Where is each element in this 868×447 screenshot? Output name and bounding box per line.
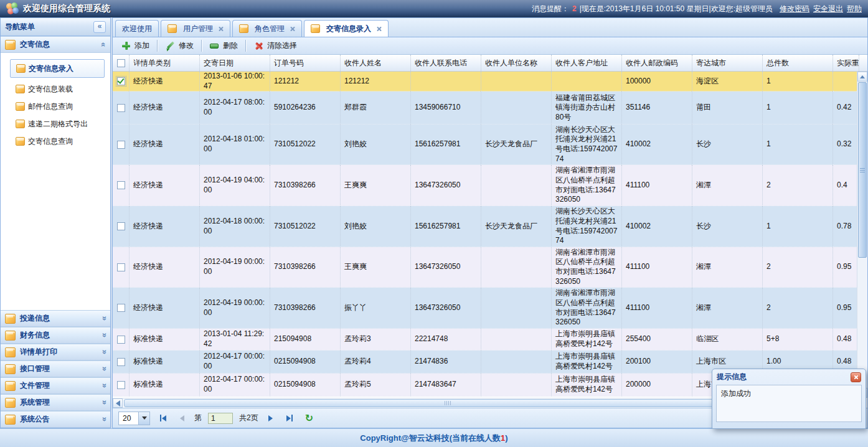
row-checkbox[interactable] [117,381,125,389]
row-checkbox[interactable] [117,141,125,149]
h-scroll-left-button[interactable] [113,398,123,408]
first-page-button[interactable] [156,415,170,421]
row-checkbox[interactable] [117,304,125,312]
delete-button[interactable]: 删除 [205,39,242,52]
sidebar-item[interactable]: 速递二期格式导出 [1,115,110,133]
table-cell: 0.78 [833,206,857,247]
column-header[interactable]: 详情单类别 [130,55,200,71]
row-checkbox[interactable] [117,104,125,112]
table-row[interactable]: 经济快递2012-04-19 00:00:007310398266振丫丫1364… [113,288,857,329]
sidebar-section[interactable]: 财务信息« [1,327,110,344]
chevron-double-down-icon: « [99,417,108,421]
sidebar-section[interactable]: 交寄信息« [1,36,110,53]
last-page-button[interactable] [283,415,296,421]
online-count: 1 [501,433,505,443]
cell-text: 临淄区 [696,334,719,344]
table-cell: 2013-01-06 10:00:47 [200,72,270,92]
toast-popup: 提示信息 添加成功 [712,369,866,429]
cell-text: 福建省莆田荔城区镇海街道办古山村80号 [555,93,618,123]
sidebar-section-label: 财务信息 [20,330,50,341]
popup-close-button[interactable] [851,372,861,382]
row-checkbox[interactable] [117,222,125,230]
sidebar-item[interactable]: 交寄信息录入 [10,59,105,78]
tab-close-icon[interactable] [376,26,382,32]
footer: CopyRight@智云达科技(当前在线人数1) [0,428,868,447]
sidebar-item[interactable]: 交寄信息查询 [1,133,110,150]
column-header[interactable]: 收件人客户地址 [552,55,622,71]
cell-text: 经济快递 [133,262,163,272]
h-scroll-thumb[interactable] [124,399,771,407]
vertical-scrollbar[interactable] [857,72,867,398]
logout-link[interactable]: 安全退出 [813,4,843,13]
table-row[interactable]: 经济快递2013-01-06 10:00:4712121212121210000… [113,72,857,92]
clear-selection-button[interactable]: 清除选择 [250,39,301,52]
column-header[interactable]: 收件人联系电话 [411,55,481,71]
cell-text: 5+8 [767,334,779,344]
column-header[interactable]: 总件数 [763,55,833,71]
sidebar-collapse-button[interactable]: « [93,21,106,33]
row-checkbox[interactable] [117,77,125,85]
table-cell: 标准快递 [130,329,200,351]
sidebar-item[interactable]: 交寄信息装载 [1,80,110,98]
sidebar-section[interactable]: 系统公告« [1,411,110,428]
package-icon [5,40,16,50]
table-row[interactable]: 标准快递2013-01-04 11:29:42215094908孟玲莉32221… [113,329,857,351]
v-scroll-up-button[interactable] [857,72,867,82]
cell-text: 215094908 [274,334,311,344]
edit-button[interactable]: 修改 [161,39,198,52]
cell-text: 上海市崇明县庙镇高桥爱民村142号 [555,329,618,349]
sidebar-collapsed-sections: 投递信息«财务信息«详情单打印«接口管理«文件管理«系统管理«系统公告« [1,310,110,428]
table-cell: 上海市崇明县庙镇高桥爱民村142号 [552,329,622,351]
help-link[interactable]: 帮助 [847,4,862,13]
column-header-label: 交寄日期 [204,58,234,68]
tab-close-icon[interactable] [290,26,295,32]
row-checkbox[interactable] [117,263,125,271]
cell-text: 标准快递 [133,380,163,390]
table-row[interactable]: 经济快递2012-04-19 00:00:007310398266王爽爽1364… [113,247,857,288]
page-size-select[interactable]: 20 [118,412,150,425]
row-checkbox-cell [113,247,130,288]
column-header[interactable]: 收件人姓名 [341,55,411,71]
tab-4[interactable]: 交寄信息录入 [304,20,389,37]
message-count-badge[interactable]: 2 [572,4,577,13]
prev-page-button[interactable] [176,415,188,421]
sidebar-section[interactable]: 详情单打印« [1,344,110,360]
refresh-button[interactable]: ↻ [303,413,316,423]
column-header[interactable]: 收件人邮政编码 [622,55,692,71]
column-header[interactable]: 收件人单位名称 [481,55,552,71]
v-scroll-thumb[interactable] [858,82,867,258]
column-header[interactable]: 订单号码 [270,55,341,71]
table-cell: 经济快递 [130,288,200,329]
table-row[interactable]: 经济快递2012-04-18 01:00:007310512022刘艳姣1561… [113,125,857,165]
page-number-input[interactable] [208,413,233,424]
table-row[interactable]: 经济快递2012-04-18 00:00:007310512022刘艳姣1561… [113,206,857,247]
next-page-button[interactable] [265,415,276,421]
tab-3[interactable]: 角色管理 [232,20,302,37]
sidebar-section[interactable]: 投递信息« [1,310,110,327]
column-header[interactable]: 交寄日期 [200,55,270,71]
sidebar-item[interactable]: 邮件信息查询 [1,98,110,115]
table-row[interactable]: 经济快递2012-04-19 04:00:007310398266王爽爽1364… [113,165,857,206]
tab-close-icon[interactable] [218,26,224,32]
table-cell: 200000 [622,374,692,397]
change-password-link[interactable]: 修改密码 [780,4,809,13]
table-row[interactable]: 经济快递2012-04-17 08:00:005910264236郑群霞1345… [113,92,857,125]
app-logo-icon [6,2,20,15]
tab-1[interactable]: 欢迎使用 [115,20,159,37]
column-header[interactable]: 实际重量 [833,55,859,71]
add-button[interactable]: 添加 [117,39,154,52]
sidebar-section[interactable]: 接口管理« [1,360,110,377]
row-checkbox[interactable] [117,336,125,344]
header-checkbox[interactable] [117,59,125,67]
table-cell: 22214748 [411,329,481,351]
sidebar-section[interactable]: 系统管理« [1,394,110,411]
tab-2[interactable]: 用户管理 [161,20,230,37]
sidebar-section[interactable]: 文件管理« [1,377,110,394]
row-checkbox[interactable] [117,181,125,189]
table-cell: 13647326050 [411,165,481,206]
row-checkbox[interactable] [117,358,125,366]
table-cell: 2147483647 [411,374,481,397]
cell-text: 湘潭 [696,262,711,272]
column-header[interactable]: 寄达城市 [692,55,763,71]
cell-text: 21474836 [415,357,448,367]
